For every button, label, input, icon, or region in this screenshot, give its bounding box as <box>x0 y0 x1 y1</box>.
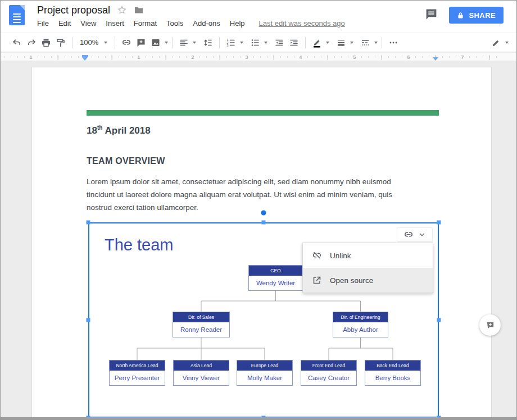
numbered-list-dropdown-icon[interactable] <box>240 42 243 44</box>
last-edit-link[interactable]: Last edit was seconds ago <box>259 19 345 28</box>
page[interactable]: 18th April 2018 TEAM OVERVIEW Lorem ipsu… <box>31 67 492 419</box>
menu-edit[interactable]: Edit <box>58 19 71 28</box>
chevron-down-icon <box>104 42 107 44</box>
ruler-tick: | <box>327 53 328 61</box>
ruler-tick: | <box>489 53 490 61</box>
menu-item-unlink[interactable]: Unlink <box>303 243 433 268</box>
ruler-number: 1 <box>137 53 140 61</box>
menu-addons[interactable]: Add-ons <box>193 19 220 28</box>
resize-handle-ne[interactable] <box>437 221 441 225</box>
linked-chart-menu: Unlink Open source <box>302 243 433 293</box>
ruler-tick: | <box>381 53 382 61</box>
resize-handle-e[interactable] <box>437 318 441 322</box>
menu-help[interactable]: Help <box>230 19 245 28</box>
menu-file[interactable]: File <box>37 19 49 28</box>
resize-handle-n[interactable] <box>262 221 266 225</box>
org-node-back-end: Back End Lead Berry Books <box>365 360 421 386</box>
ruler-number: 1 <box>29 53 32 61</box>
editing-mode-button[interactable] <box>489 36 504 49</box>
right-indent-marker[interactable] <box>433 57 438 61</box>
border-color-button[interactable] <box>310 36 324 49</box>
ruler-tick: | <box>165 53 166 61</box>
svg-text:3: 3 <box>227 44 229 47</box>
image-dropdown-icon[interactable] <box>165 42 168 44</box>
ruler-tick: | <box>219 53 220 61</box>
add-comment-button[interactable] <box>479 314 501 336</box>
border-dash-button[interactable] <box>358 36 373 49</box>
org-node-asia: Asia Lead Vinny Viewer <box>173 360 229 386</box>
more-toolbar-button[interactable] <box>386 36 401 49</box>
org-node-front-end: Front End Lead Casey Creator <box>301 360 357 386</box>
share-button[interactable]: SHARE <box>449 7 504 24</box>
org-node-engineering: Dir. of Engineering Abby Author <box>333 312 388 337</box>
increase-indent-button[interactable] <box>287 36 301 49</box>
share-label: SHARE <box>469 11 496 20</box>
ruler-number: 3 <box>245 53 248 61</box>
insert-link-button[interactable] <box>119 36 134 49</box>
google-docs-window: Project proposal File Edit View Insert F… <box>0 0 517 420</box>
selection-anchor-dot[interactable] <box>261 211 266 216</box>
resize-handle-nw[interactable] <box>87 221 90 225</box>
align-dropdown-icon[interactable] <box>193 42 196 44</box>
line-weight-dropdown-icon[interactable] <box>350 42 353 44</box>
ruler: 11234567||||||||| <box>1 53 516 61</box>
bulleted-list-dropdown-icon[interactable] <box>264 42 267 44</box>
org-node-sales: Dir. of Sales Ronny Reader <box>173 312 230 337</box>
open-in-new-icon <box>312 275 322 285</box>
logo-fold <box>20 5 25 10</box>
insert-comment-button[interactable] <box>134 36 148 49</box>
menu-tools[interactable]: Tools <box>166 19 183 28</box>
menu-item-open-source[interactable]: Open source <box>303 268 433 293</box>
toolbar: 100% 123 <box>1 33 516 52</box>
paint-format-button[interactable] <box>53 36 68 49</box>
ruler-number: 4 <box>299 53 302 61</box>
decorative-green-bar <box>87 110 439 116</box>
org-node-north-america: North America Lead Perry Presenter <box>109 360 165 386</box>
top-bar: Project proposal File Edit View Insert F… <box>1 1 516 33</box>
zoom-value: 100% <box>80 38 98 47</box>
editing-mode-dropdown-icon[interactable] <box>505 42 509 44</box>
comment-plus-icon <box>486 321 495 330</box>
body-paragraph: Lorem ipsum dolor sit amet, consectetuer… <box>87 175 419 214</box>
redo-button[interactable] <box>24 36 39 49</box>
window-bottom-edge <box>1 417 516 419</box>
zoom-select[interactable]: 100% <box>76 36 111 49</box>
date-heading: 18th April 2018 <box>87 125 151 136</box>
numbered-list-button[interactable]: 123 <box>224 36 238 49</box>
ruler-tick: | <box>111 53 112 61</box>
star-icon[interactable] <box>117 5 127 15</box>
lock-icon <box>457 12 464 19</box>
document-canvas: 18th April 2018 TEAM OVERVIEW Lorem ipsu… <box>1 61 516 419</box>
ruler-number: 7 <box>461 53 464 61</box>
line-spacing-button[interactable] <box>201 36 215 49</box>
unlink-icon <box>312 250 322 261</box>
insert-image-button[interactable] <box>148 36 163 49</box>
org-node-ceo: CEO Wendy Writer <box>248 265 303 291</box>
org-node-europe: Europe Lead Molly Maker <box>237 360 293 386</box>
print-button[interactable] <box>39 36 53 49</box>
border-color-dropdown-icon[interactable] <box>326 42 329 44</box>
decrease-indent-button[interactable] <box>272 36 287 49</box>
ruler-number: 2 <box>191 53 194 61</box>
docs-logo-icon[interactable] <box>9 5 25 25</box>
bulleted-list-button[interactable] <box>248 36 262 49</box>
left-indent-marker[interactable] <box>82 55 88 61</box>
menu-format[interactable]: Format <box>134 19 157 28</box>
line-weight-button[interactable] <box>334 36 348 49</box>
section-title: TEAM OVERVIEW <box>87 156 165 166</box>
undo-button[interactable] <box>10 36 24 49</box>
menu-insert[interactable]: Insert <box>106 19 124 28</box>
ruler-number: 5 <box>353 53 356 61</box>
document-title[interactable]: Project proposal <box>37 4 110 16</box>
align-button[interactable] <box>176 36 191 49</box>
ruler-tick: | <box>57 53 58 61</box>
menubar: File Edit View Insert Format Tools Add-o… <box>37 19 345 28</box>
ruler-number: 6 <box>407 53 410 61</box>
ruler-tick: | <box>273 53 274 61</box>
move-to-folder-icon[interactable] <box>134 5 144 15</box>
logo-lines <box>13 13 21 25</box>
comments-icon[interactable] <box>425 8 438 23</box>
menu-view[interactable]: View <box>80 19 96 28</box>
resize-handle-w[interactable] <box>87 318 90 322</box>
border-dash-dropdown-icon[interactable] <box>374 42 378 44</box>
